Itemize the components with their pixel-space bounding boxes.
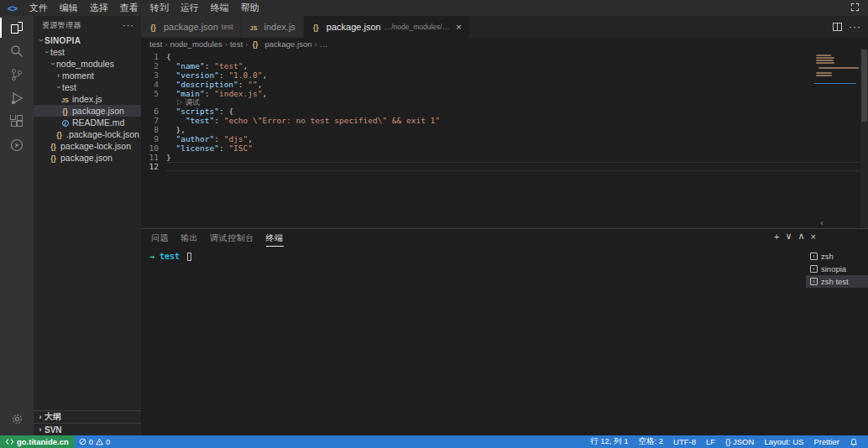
tree-item-label: SINOPIA — [44, 36, 81, 45]
code-line[interactable]: 8 }, — [141, 125, 868, 134]
tab-package-json[interactable]: {}package.jsontest — [141, 16, 242, 38]
activity-explorer[interactable] — [0, 16, 34, 39]
menu-item[interactable]: 文件 — [24, 0, 54, 16]
code-token: : — [205, 89, 214, 98]
tree-item-label: test — [62, 82, 76, 92]
panel-tab-item[interactable]: 输出 — [180, 229, 198, 247]
maximize-panel-icon[interactable]: ∧ — [798, 231, 805, 242]
activity-run-debug[interactable] — [0, 86, 34, 110]
menu-item[interactable]: 选择 — [84, 0, 114, 16]
activity-source-control[interactable] — [0, 63, 34, 86]
tree-item-moment[interactable]: ›moment — [34, 70, 141, 81]
terminal-instance-sinopia[interactable]: ›sinopia — [806, 263, 868, 275]
tree-item--package-lock-json[interactable]: {}.package-lock.json — [34, 128, 141, 140]
panel-tab-terminal-active[interactable]: 终端 — [266, 229, 284, 247]
status-item-prettier[interactable]: Prettier — [811, 437, 842, 446]
code-token: }, — [175, 125, 185, 134]
status-item--json[interactable]: {} JSON — [723, 437, 756, 446]
tree-item-readme-md[interactable]: iREADME.md — [34, 117, 141, 128]
status-item-layout-us[interactable]: Layout: US — [761, 437, 806, 446]
editor-more-actions-icon[interactable]: ··· — [849, 21, 861, 33]
code-line[interactable]: 10 "license": "ISC" — [141, 143, 868, 153]
tree-item-test[interactable]: ›test — [34, 46, 141, 58]
tree-item-node-modules[interactable]: ›node_modules — [34, 58, 141, 70]
tree-item-package-json[interactable]: {}package.json — [34, 152, 141, 164]
breadcrumb-item[interactable]: test — [149, 39, 162, 49]
minimap-slider — [814, 83, 856, 84]
menu-item[interactable]: 终端 — [205, 0, 235, 16]
fullscreen-icon[interactable] — [850, 3, 860, 12]
terminal-output[interactable]: → test — [141, 247, 806, 435]
close-icon[interactable]: × — [456, 22, 461, 32]
file-icon-json: {} — [250, 39, 259, 49]
terminal-instance-zsh[interactable]: ›zsh — [806, 250, 868, 263]
notifications-bell-icon[interactable] — [847, 438, 860, 446]
tab-index-js[interactable]: JSindex.js — [242, 16, 304, 38]
editor-scrollbar[interactable] — [860, 49, 868, 228]
code-line[interactable]: 5 "main": "index.js", — [141, 89, 868, 98]
split-editor-icon[interactable] — [833, 23, 842, 31]
code-editor[interactable]: 1{2 "name": "test",3 "version": "1.0.0",… — [141, 49, 868, 228]
code-line[interactable]: 2 "name": "test", — [141, 61, 868, 70]
code-line[interactable]: 7 "test": "echo \"Error: no test specifi… — [141, 116, 868, 125]
chevron-down-icon[interactable]: ∨ — [785, 231, 792, 242]
code-token: , — [258, 80, 263, 89]
line-number: 9 — [141, 134, 166, 143]
tree-item-package-lock-json[interactable]: {}package-lock.json — [34, 140, 141, 152]
minimap-line — [816, 62, 834, 64]
codelens-debug[interactable]: ▷ 调试 — [141, 98, 868, 107]
chevron-down-icon: › — [37, 37, 45, 44]
file-icon-json: {} — [60, 106, 70, 116]
sidebar-section-大纲[interactable]: ›大纲 — [34, 410, 141, 423]
breadcrumb[interactable]: test›node_modules›test›{}package.json›… — [141, 38, 868, 49]
sidebar-section-svn[interactable]: ›SVN — [34, 423, 141, 435]
breadcrumb-item[interactable]: test — [230, 39, 243, 49]
menu-item[interactable]: 转到 — [144, 0, 175, 16]
activity-settings[interactable] — [0, 407, 34, 430]
status-item-lf[interactable]: LF — [703, 437, 718, 446]
menu-item[interactable]: 编辑 — [54, 0, 84, 16]
code-line[interactable]: 9 "author": "djs", — [141, 134, 868, 143]
code-line[interactable]: 12 — [141, 162, 868, 171]
terminal-instance-zsh-test[interactable]: ›zsh test — [806, 275, 868, 288]
status-item--12-1[interactable]: 行 12, 列 1 — [588, 436, 630, 447]
activity-search[interactable] — [0, 39, 34, 63]
menu-item[interactable]: 帮助 — [235, 0, 265, 16]
breadcrumb-item[interactable]: … — [320, 39, 328, 49]
tab-package-json[interactable]: {}package.json…/node_modules/…× — [304, 16, 470, 38]
status-item--2[interactable]: 空格: 2 — [635, 436, 666, 447]
menu-item[interactable]: 查看 — [114, 0, 144, 16]
new-terminal-icon[interactable]: + — [774, 232, 779, 242]
code-token: "description" — [175, 80, 238, 89]
code-line[interactable]: 11} — [141, 153, 868, 162]
minimap[interactable] — [814, 52, 856, 84]
code-line[interactable]: 4 "description": "", — [141, 80, 868, 89]
tree-item-package-json[interactable]: {}package.json — [34, 105, 141, 117]
section-label: SVN — [44, 425, 62, 435]
tree-item-label: test — [50, 47, 65, 57]
code-token: , — [243, 61, 248, 70]
remote-indicator[interactable]: go.titanide.cn — [0, 435, 75, 448]
code-line[interactable]: 1{ — [141, 52, 868, 61]
panel-tab-item[interactable]: 调试控制台 — [210, 229, 254, 247]
problems-status[interactable]: 0 0 — [75, 437, 115, 446]
activity-run-circle[interactable] — [0, 133, 34, 157]
code-line[interactable]: 6 "scripts": { — [141, 107, 868, 116]
file-tree: ›SINOPIA›test›node_modules›moment›testJS… — [34, 34, 141, 164]
breadcrumb-item[interactable]: node_modules — [170, 39, 222, 49]
breadcrumb-item[interactable]: package.json — [264, 39, 311, 49]
status-item-utf-8[interactable]: UTF-8 — [671, 437, 698, 446]
tree-item-index-js[interactable]: JSindex.js — [34, 93, 141, 105]
sidebar-more-actions-icon[interactable]: ··· — [123, 20, 134, 30]
code-token: "main" — [175, 89, 204, 98]
file-icon-json: {} — [149, 22, 158, 32]
close-panel-icon[interactable]: × — [811, 232, 816, 242]
code-line[interactable]: 3 "version": "1.0.0", — [141, 70, 868, 80]
menu-item[interactable]: 运行 — [175, 0, 205, 16]
activity-extensions[interactable] — [0, 110, 34, 133]
tree-item-test[interactable]: ›test — [34, 81, 141, 93]
chevron-left-icon[interactable]: ‹ — [819, 218, 824, 227]
panel-tab-item[interactable]: 问题 — [151, 229, 169, 247]
tree-item-sinopia[interactable]: ›SINOPIA — [34, 34, 141, 46]
code-token: , — [248, 134, 253, 143]
